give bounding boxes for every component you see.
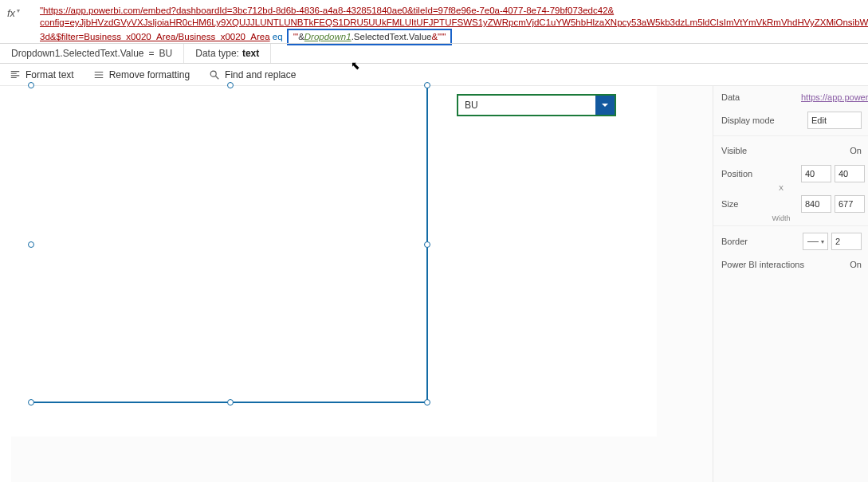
- resize-handle-n[interactable]: [227, 82, 234, 88]
- properties-panel: Data https://app.powerbi... Display mode…: [713, 86, 868, 482]
- formula-toolbar: Format text Remove formatting Find and r…: [0, 64, 868, 86]
- remove-formatting-icon: [93, 69, 104, 80]
- prop-input-size-h[interactable]: [835, 195, 865, 213]
- prop-input-border-width[interactable]: [831, 233, 862, 250]
- prop-label-position: Position: [721, 169, 801, 178]
- prop-border-style-select[interactable]: ▾: [803, 233, 828, 250]
- resize-handle-e[interactable]: [424, 241, 430, 248]
- prop-sublabel-x: X: [713, 184, 868, 192]
- prop-input-position-x[interactable]: [801, 165, 831, 182]
- prop-input-display-mode[interactable]: [807, 112, 862, 129]
- prop-sublabel-width: Width: [713, 214, 868, 222]
- find-replace-button[interactable]: Find and replace: [199, 64, 305, 85]
- prop-label-visible: Visible: [721, 146, 801, 155]
- result-equals: =: [149, 48, 155, 59]
- resize-handle-se[interactable]: [424, 399, 430, 406]
- format-text-icon: [10, 69, 21, 80]
- chevron-down-icon: [600, 100, 610, 110]
- formula-identifier: Dropdown1: [304, 32, 352, 41]
- resize-handle-nw[interactable]: [28, 82, 34, 88]
- prop-row-data: Data https://app.powerbi...: [713, 86, 868, 108]
- dropdown-control[interactable]: BU: [457, 94, 616, 116]
- prop-row-visible: Visible On: [713, 139, 868, 162]
- powerbi-tile-control[interactable]: [32, 86, 428, 403]
- svg-point-0: [210, 71, 216, 76]
- prop-label-display-mode: Display mode: [721, 116, 801, 125]
- formula-url-line3: 3d&$filter=Business_x0020_Area/Business_…: [40, 32, 270, 41]
- formula-result-bar: Dropdown1.SelectedText.Value = BU Data t…: [0, 43, 868, 64]
- chevron-down-icon: ▾: [17, 7, 20, 14]
- result-expr: Dropdown1.SelectedText.Value: [11, 48, 144, 59]
- prop-row-border: Border ▾: [713, 229, 868, 253]
- formula-url-line1: "https://app.powerbi.com/embed?dashboard…: [40, 6, 614, 15]
- prop-label-border: Border: [721, 237, 801, 246]
- prop-value-pbi-interactions[interactable]: On: [825, 260, 862, 269]
- resize-handle-s[interactable]: [227, 399, 234, 406]
- resize-handle-sw[interactable]: [28, 399, 34, 406]
- remove-formatting-button[interactable]: Remove formatting: [84, 64, 199, 85]
- fx-label-text: fx: [7, 7, 15, 19]
- formula-eq: eq: [270, 32, 285, 41]
- prop-label-pbi-interactions: Power BI interactions: [721, 260, 825, 269]
- formula-result-datatype: Data type: text: [184, 44, 271, 63]
- formula-result-value: Dropdown1.SelectedText.Value = BU: [0, 44, 184, 63]
- resize-handle-ne[interactable]: [424, 82, 430, 88]
- resize-handle-w[interactable]: [28, 241, 34, 248]
- prop-row-pbi-interactions: Power BI interactions On: [713, 253, 868, 276]
- datatype-value: text: [242, 48, 259, 59]
- search-icon: [209, 69, 220, 80]
- result-value: BU: [159, 48, 173, 59]
- prop-value-visible[interactable]: On: [801, 146, 862, 155]
- prop-value-data[interactable]: https://app.powerbi...: [801, 92, 868, 102]
- prop-label-size: Size: [721, 199, 801, 209]
- prop-input-position-y[interactable]: [835, 165, 865, 182]
- remove-formatting-label: Remove formatting: [109, 69, 190, 80]
- panel-divider: [713, 135, 868, 136]
- format-text-label: Format text: [26, 69, 74, 80]
- prop-label-data: Data: [721, 92, 801, 102]
- find-replace-label: Find and replace: [225, 69, 296, 80]
- prop-row-display-mode: Display mode: [713, 108, 868, 132]
- prop-row-position: Position: [713, 162, 868, 186]
- dropdown-arrow-button[interactable]: [595, 96, 615, 115]
- app-canvas[interactable]: BU: [11, 86, 657, 437]
- format-text-button[interactable]: Format text: [0, 64, 84, 85]
- formula-bar: fx ▾ "https://app.powerbi.com/embed?dash…: [0, 0, 868, 43]
- prop-input-size-w[interactable]: [801, 195, 831, 213]
- formula-amp1: &: [298, 32, 304, 41]
- formula-url-line2: config=eyJjbHVzdGVyVXJsIjoiaHR0cHM6Ly9XQ…: [40, 18, 868, 27]
- datatype-label: Data type:: [195, 48, 239, 59]
- formula-input[interactable]: "https://app.powerbi.com/embed?dashboard…: [27, 0, 868, 49]
- dropdown-selected-text: BU: [458, 100, 595, 111]
- fx-button[interactable]: fx ▾: [0, 0, 27, 43]
- formula-quote-close: &"'": [431, 32, 446, 41]
- formula-property: .SelectedText.Value: [352, 32, 432, 41]
- prop-row-size: Size: [713, 192, 868, 216]
- panel-divider: [713, 225, 868, 226]
